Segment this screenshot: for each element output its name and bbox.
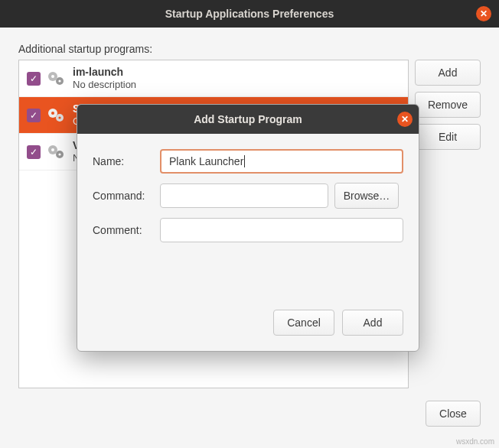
dialog-footer: Cancel Add (77, 264, 419, 351)
item-desc: No description (73, 79, 136, 92)
svg-point-5 (51, 112, 54, 115)
watermark: wsxdn.com (456, 437, 494, 446)
comment-input[interactable] (160, 218, 403, 242)
close-icon: ✕ (401, 114, 409, 125)
comment-label: Comment: (93, 224, 154, 236)
form-row-name: Name: Plank Launcher (93, 149, 403, 174)
svg-point-7 (58, 116, 60, 118)
name-input[interactable]: Plank Launcher (160, 149, 403, 174)
svg-point-1 (51, 75, 54, 78)
item-title: im-launch (73, 65, 136, 79)
name-label: Name: (93, 155, 154, 167)
check-icon: ✓ (30, 73, 38, 84)
main-footer: Close (0, 401, 499, 439)
window-close-button[interactable]: ✕ (476, 6, 491, 21)
section-label: Additional startup programs: (18, 43, 481, 55)
svg-point-3 (58, 80, 60, 82)
checkbox[interactable]: ✓ (27, 145, 41, 159)
button-column: Add Remove Edit (415, 60, 481, 388)
dialog-title: Add Startup Program (194, 113, 302, 125)
remove-button[interactable]: Remove (415, 92, 481, 118)
form-row-command: Command: Browse… (93, 183, 403, 209)
text-cursor (244, 155, 245, 167)
main-titlebar: Startup Applications Preferences ✕ (0, 0, 499, 28)
checkbox[interactable]: ✓ (27, 109, 41, 122)
gear-icon (47, 144, 67, 161)
dialog-close-button[interactable]: ✕ (397, 112, 413, 127)
dialog-add-button[interactable]: Add (342, 310, 403, 336)
browse-button[interactable]: Browse… (334, 183, 399, 209)
window-title: Startup Applications Preferences (165, 8, 334, 20)
list-item[interactable]: ✓ im-launch No description (19, 60, 408, 97)
edit-button[interactable]: Edit (415, 124, 481, 150)
dialog-body: Name: Plank Launcher Command: Browse… Co… (77, 134, 419, 264)
command-label: Command: (93, 190, 154, 202)
add-startup-dialog: Add Startup Program ✕ Name: Plank Launch… (77, 104, 419, 352)
svg-point-9 (51, 148, 54, 151)
gear-icon (47, 70, 67, 87)
checkbox[interactable]: ✓ (27, 72, 41, 86)
svg-point-11 (58, 153, 60, 155)
add-button[interactable]: Add (415, 60, 481, 86)
dialog-titlebar: Add Startup Program ✕ (77, 105, 419, 134)
check-icon: ✓ (30, 110, 38, 121)
command-input[interactable] (160, 183, 328, 208)
close-button[interactable]: Close (426, 401, 481, 427)
close-icon: ✕ (480, 8, 488, 19)
gear-icon (47, 107, 67, 124)
check-icon: ✓ (30, 147, 38, 157)
item-text: im-launch No description (73, 65, 136, 92)
cancel-button[interactable]: Cancel (273, 310, 334, 336)
form-row-comment: Comment: (93, 218, 403, 242)
